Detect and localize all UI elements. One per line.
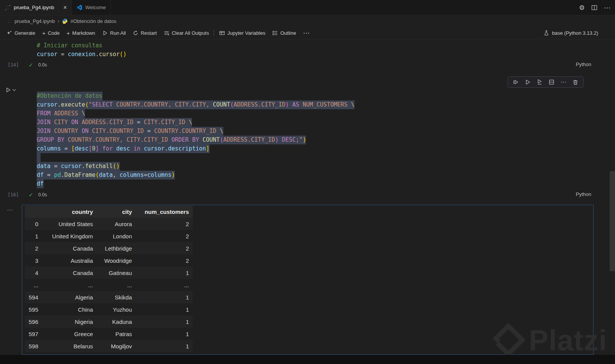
table-row: 0United StatesAurora2	[25, 218, 193, 230]
execute-cell-and-below-button[interactable]	[535, 78, 544, 87]
cell-value: Algeria	[42, 291, 97, 303]
outline-button[interactable]: Outline	[269, 28, 299, 37]
code-line: cursor.execute("SELECT COUNTRY.COUNTRY, …	[37, 100, 355, 109]
cell-value: China	[42, 303, 97, 315]
cell-value: ...	[136, 279, 193, 291]
table-header-row: countrycitynum_customers	[25, 206, 193, 218]
cell-value: 2	[136, 242, 193, 254]
cell-value: Yuzhou	[97, 303, 136, 315]
jupyter-variables-button[interactable]: Jupyter Variables	[216, 28, 268, 37]
chevron-down-icon[interactable]	[13, 88, 16, 91]
split-editor-icon[interactable]	[591, 5, 597, 11]
cell-value: 1	[136, 267, 193, 279]
add-code-button[interactable]: + Code	[39, 28, 63, 37]
tab-welcome[interactable]: Welcome	[72, 0, 111, 15]
platzi-logo-icon	[492, 323, 526, 358]
execute-above-cells-button[interactable]	[511, 78, 521, 87]
code-line	[37, 153, 355, 162]
restart-label: Restart	[141, 30, 157, 36]
kernel-picker[interactable]: base (Python 3.13.2)	[543, 30, 598, 36]
toolbar-more-button[interactable]: ⋯	[299, 28, 313, 37]
row-index: 4	[25, 267, 42, 279]
table-row: 597GreecePatras1	[25, 328, 193, 340]
delete-cell-button[interactable]	[571, 78, 580, 87]
code-line: FROM ADDRESS \	[37, 109, 355, 118]
execute-cell-button[interactable]	[523, 78, 532, 87]
breadcrumb-section[interactable]: #Obtención de datos	[70, 18, 116, 24]
cell-value: 2	[136, 218, 193, 230]
more-actions-icon[interactable]: ⋯	[559, 78, 568, 87]
breadcrumb-file[interactable]: prueba_Pg4.ipynb	[15, 18, 55, 24]
cell-value: Aurora	[97, 218, 136, 230]
cell-value: ...	[97, 279, 136, 291]
jupyter-icon	[6, 18, 12, 24]
jupyter-icon	[5, 5, 11, 11]
kernel-label: base (Python 3.13.2)	[552, 30, 598, 36]
row-index: 1	[25, 230, 42, 242]
cell-language-picker[interactable]: Python	[576, 61, 591, 67]
code-line: #Obtención de datos	[37, 92, 355, 100]
plus-icon: +	[42, 30, 46, 36]
row-index: 3	[25, 254, 42, 267]
generate-button[interactable]: Generate	[3, 28, 39, 37]
table-row: 1United KingdomLondon2	[25, 230, 193, 242]
code-line: df = pd.DataFrame(data, columns=columns)	[37, 171, 355, 180]
success-check-icon: ✓	[29, 62, 33, 68]
cell-value: 1	[136, 315, 193, 328]
row-index: 2	[25, 242, 42, 254]
tab-label: prueba_Pg4.ipynb	[14, 5, 54, 10]
code-line: cursor = conexion.cursor()	[37, 50, 127, 59]
code-line: data = cursor.fetchall()	[37, 162, 355, 171]
cell-value: ...	[42, 279, 97, 291]
breadcrumb: prueba_Pg4.ipynb › #Obtención de datos	[0, 15, 615, 27]
add-code-label: Code	[48, 30, 60, 36]
code-cell-2[interactable]: #Obtención de datoscursor.execute("SELEC…	[37, 92, 355, 188]
cell-toolbar: ⋯	[508, 76, 584, 88]
close-tab-icon[interactable]: ×	[63, 5, 67, 11]
cell-value: Greece	[42, 328, 97, 340]
restart-button[interactable]: Restart	[129, 28, 160, 37]
cell-value: 2	[136, 230, 193, 242]
cell-value: 1	[136, 328, 193, 340]
table-row: 594AlgeriaSkikda1	[25, 291, 193, 303]
vertical-scrollbar[interactable]	[610, 171, 615, 271]
tab-notebook[interactable]: prueba_Pg4.ipynb ×	[0, 0, 72, 15]
row-index: 597	[25, 328, 42, 340]
clear-all-outputs-button[interactable]: Clear All Outputs	[160, 28, 213, 37]
code-line: df	[37, 180, 355, 188]
settings-gear-icon[interactable]: ⚙	[579, 5, 585, 11]
code-line: JOIN CITY ON ADDRESS.CITY_ID = CITY.CITY…	[37, 118, 355, 127]
cell-language-picker[interactable]: Python	[576, 191, 591, 197]
cell-value: Canada	[42, 242, 97, 254]
outline-label: Outline	[280, 30, 296, 36]
execution-count: [14]	[8, 62, 19, 68]
cell-value: Belarus	[42, 340, 97, 352]
column-header: num_customers	[136, 206, 193, 218]
code-line: columns = [desc[0] for desc in cursor.de…	[37, 144, 355, 153]
generate-label: Generate	[15, 30, 35, 36]
outline-icon	[272, 30, 278, 36]
split-cell-button[interactable]	[547, 78, 556, 87]
more-actions-icon[interactable]: ⋯	[604, 5, 610, 11]
clear-outputs-label: Clear All Outputs	[172, 30, 209, 36]
table-row: 598BelarusMogiljov1	[25, 340, 193, 352]
table-row: 596NigeriaKaduna1	[25, 315, 193, 328]
tab-label: Welcome	[85, 5, 106, 10]
run-cell-button[interactable]	[5, 87, 15, 93]
output-collapse-indicator[interactable]: ⋯	[7, 206, 13, 214]
table-row: 4CanadaGatineau1	[25, 267, 193, 279]
python-cell-icon	[62, 18, 68, 24]
dataframe-table: countrycitynum_customers 0United StatesA…	[25, 206, 193, 352]
cell-value: Kaduna	[97, 315, 136, 328]
cell-value: Canada	[42, 267, 97, 279]
add-markdown-button[interactable]: + Markdown	[63, 28, 99, 37]
run-all-button[interactable]: Run All	[99, 28, 129, 37]
execution-count: [16]	[8, 192, 19, 197]
row-index: ...	[25, 279, 42, 291]
code-cell-1[interactable]: # Iniciar consultascursor = conexion.cur…	[37, 41, 127, 59]
code-line: # Iniciar consultas	[37, 41, 127, 50]
cell-value: Gatineau	[97, 267, 136, 279]
sparkle-icon	[7, 30, 12, 36]
vscode-icon	[76, 5, 82, 10]
ellipsis-icon: ⋯	[303, 30, 309, 36]
